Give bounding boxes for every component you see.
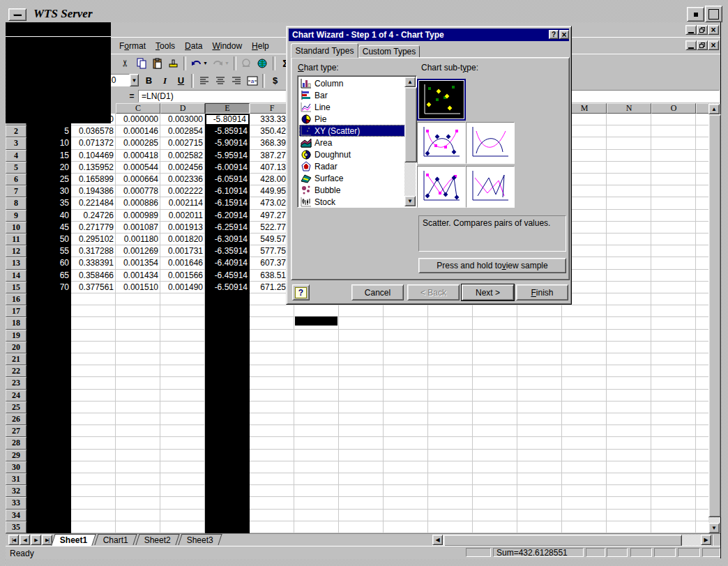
listbox-scroll-thumb[interactable]: [404, 87, 417, 162]
cell-A15[interactable]: 70: [26, 282, 71, 293]
dialog-help-button[interactable]: ?: [549, 30, 559, 39]
redo-button[interactable]: [210, 56, 226, 71]
cell-A3[interactable]: 10: [26, 137, 71, 149]
row-header-23[interactable]: 23: [6, 377, 26, 389]
scroll-left-button[interactable]: ◀: [432, 535, 443, 545]
currency-button[interactable]: $: [267, 73, 283, 89]
chart-subtype-scatter-smooth[interactable]: [466, 122, 515, 164]
row-header-34[interactable]: 34: [6, 510, 26, 521]
wts-maximize-button[interactable]: [705, 6, 722, 22]
cell-E5[interactable]: -6.00914: [205, 162, 250, 174]
chart-type-item-bubble[interactable]: Bubble: [299, 184, 405, 196]
row-header-7[interactable]: 7: [6, 185, 26, 197]
cell-C10[interactable]: 0.001087: [116, 222, 160, 234]
chevron-down-icon[interactable]: ▼: [203, 61, 208, 66]
cell-E3[interactable]: -5.90914: [205, 137, 250, 149]
column-header-N[interactable]: N: [607, 103, 651, 114]
row-header-20[interactable]: 20: [6, 342, 26, 353]
row-header-22[interactable]: 22: [6, 365, 26, 377]
cell-C6[interactable]: 0.000664: [116, 174, 160, 185]
cell-C12[interactable]: 0.001269: [116, 245, 160, 257]
dialog-titlebar[interactable]: Chart Wizard - Step 1 of 4 - Chart Type …: [289, 29, 569, 41]
cell-A7[interactable]: 30: [26, 185, 71, 197]
wts-system-menu-button[interactable]: [8, 8, 26, 21]
row-header-16[interactable]: 16: [6, 293, 26, 305]
cell-D8[interactable]: 0.002114: [160, 197, 205, 209]
cell-E1[interactable]: -5.80914: [205, 114, 250, 125]
cell-D7[interactable]: 0.002222: [160, 185, 205, 197]
merge-center-button[interactable]: a: [244, 73, 260, 89]
row-header-19[interactable]: 19: [6, 330, 26, 342]
cell-E2[interactable]: -5.85914: [205, 125, 250, 137]
scroll-up-button[interactable]: ▲: [708, 104, 720, 114]
workbook-minimize-button[interactable]: [685, 40, 697, 50]
chart-type-item-pie[interactable]: Pie: [299, 113, 405, 125]
cell-D1[interactable]: 0.003000: [160, 114, 205, 125]
dialog-tab-standard-types[interactable]: Standard Types: [291, 43, 358, 58]
cell-B14[interactable]: 0.358466: [71, 270, 116, 282]
row-header-29[interactable]: 29: [6, 450, 26, 461]
cell-C1[interactable]: 0.000000: [116, 114, 160, 125]
cell-E7[interactable]: -6.10914: [205, 185, 250, 197]
insert-hyperlink-button[interactable]: [238, 56, 255, 71]
row-header-26[interactable]: 26: [6, 413, 26, 425]
cell-D10[interactable]: 0.001913: [160, 222, 205, 234]
wts-titlebar[interactable]: WTS Server: [6, 6, 721, 22]
chart-type-item-area[interactable]: Area: [299, 137, 405, 148]
next-button[interactable]: Next >: [462, 284, 514, 300]
chart-type-listbox[interactable]: ColumnBarLinePieXY (Scatter)AreaDoughnut…: [297, 75, 417, 208]
cell-D6[interactable]: 0.002336: [160, 174, 205, 185]
cell-B8[interactable]: 0.221484: [71, 197, 116, 209]
listbox-scroll-down-button[interactable]: ▼: [404, 196, 416, 206]
horizontal-scrollbar[interactable]: ◀ ▶: [432, 535, 711, 546]
column-header-partial[interactable]: [696, 103, 708, 114]
tab-scroll-buttons[interactable]: |◀◀▶▶|: [8, 535, 52, 545]
scroll-down-button[interactable]: ▼: [708, 523, 720, 533]
cell-C3[interactable]: 0.000285: [116, 137, 160, 149]
listbox-scrollbar[interactable]: ▲ ▼: [404, 77, 416, 206]
cancel-button[interactable]: Cancel: [351, 284, 404, 300]
cell-D2[interactable]: 0.002854: [160, 125, 205, 137]
row-header-32[interactable]: 32: [6, 485, 26, 497]
bold-button[interactable]: B: [141, 73, 157, 89]
format-painter-button[interactable]: [165, 56, 181, 71]
column-header-O[interactable]: O: [651, 103, 696, 114]
vertical-scroll-thumb[interactable]: [708, 114, 721, 517]
undo-button[interactable]: [188, 56, 204, 71]
underline-button[interactable]: U: [173, 73, 189, 89]
row-header-27[interactable]: 27: [6, 425, 26, 437]
chart-type-item-radar[interactable]: Radar: [299, 160, 405, 172]
cell-A9[interactable]: 40: [26, 210, 71, 222]
chart-subtype-scatter-smooth-markers[interactable]: [417, 122, 466, 164]
align-center-button[interactable]: [212, 73, 228, 89]
cell-E8[interactable]: -6.15914: [205, 197, 250, 209]
row-header-10[interactable]: 10: [6, 222, 26, 234]
chart-subtype-scatter-lines[interactable]: [466, 166, 515, 208]
cell-A4[interactable]: 15: [26, 150, 71, 162]
sheet-tab-sheet3[interactable]: Sheet3: [179, 534, 222, 545]
row-header-33[interactable]: 33: [6, 497, 26, 509]
cell-C8[interactable]: 0.000886: [116, 197, 160, 209]
menu-item-format[interactable]: Format: [114, 40, 151, 52]
cell-B12[interactable]: 0.317288: [71, 245, 116, 257]
cell-C15[interactable]: 0.001510: [116, 282, 160, 293]
cell-C11[interactable]: 0.001180: [116, 234, 160, 245]
cell-C9[interactable]: 0.000989: [116, 210, 160, 222]
row-header-4[interactable]: 4: [6, 150, 26, 162]
equals-button[interactable]: =: [126, 91, 137, 101]
cell-B13[interactable]: 0.338391: [71, 257, 116, 269]
chart-type-item-bar[interactable]: Bar: [299, 89, 405, 101]
cell-E14[interactable]: -6.45914: [205, 270, 250, 282]
column-header-E[interactable]: E: [205, 103, 250, 114]
horizontal-scroll-thumb[interactable]: [443, 535, 682, 546]
cell-C4[interactable]: 0.000418: [116, 150, 160, 162]
finish-button[interactable]: Finish: [516, 284, 568, 300]
cell-D11[interactable]: 0.001820: [160, 234, 205, 245]
cell-A10[interactable]: 45: [26, 222, 71, 234]
chart-type-item-column[interactable]: Column: [299, 77, 405, 89]
cell-B10[interactable]: 0.271779: [71, 222, 116, 234]
dialog-close-button[interactable]: ×: [559, 30, 569, 39]
dialog-help-bubble-button[interactable]: ?: [292, 284, 310, 300]
copy-button[interactable]: [133, 56, 149, 71]
menu-item-data[interactable]: Data: [180, 40, 207, 52]
